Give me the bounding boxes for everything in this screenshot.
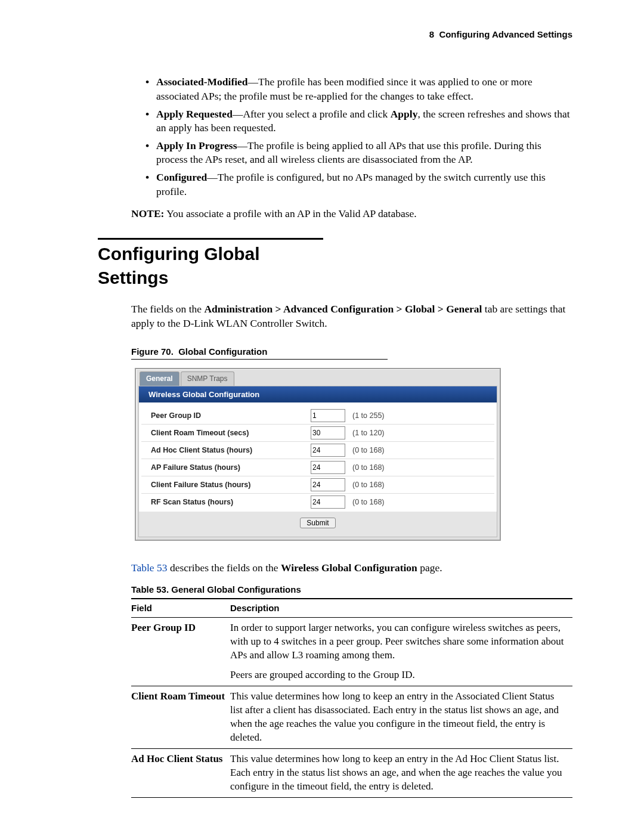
tab-bar: General SNMP Traps [136, 369, 500, 385]
input-client-roam-timeout[interactable] [311, 426, 345, 439]
tab-general[interactable]: General [140, 371, 179, 385]
chapter-number: 8 [429, 29, 434, 39]
config-panel: General SNMP Traps Wireless Global Confi… [135, 368, 501, 541]
figure-caption: Figure 70. Global Configuration [131, 346, 572, 358]
list-item: Configured—The profile is configured, bu… [145, 171, 572, 199]
submit-button[interactable]: Submit [300, 518, 335, 528]
page-header: 8 Configuring Advanced Settings [100, 29, 572, 41]
list-item: Apply In Progress—The profile is being a… [145, 139, 572, 167]
input-adhoc-client-status[interactable] [311, 444, 345, 457]
table-caption: Table 53. General Global Configurations [131, 584, 572, 596]
input-ap-failure-status[interactable] [311, 461, 345, 474]
table-row: Client Roam Timeout This value determine… [131, 686, 572, 748]
panel-title: Wireless Global Configuration [139, 386, 497, 403]
input-rf-scan-status[interactable] [311, 496, 345, 509]
section-heading: Configuring Global Settings [98, 238, 323, 290]
after-figure-paragraph: Table 53 describes the fields on the Wir… [131, 561, 572, 575]
table-row: Ad Hoc Client Status This value determin… [131, 748, 572, 797]
col-head-description: Description [230, 599, 572, 618]
row-client-failure-status: Client Failure Status (hours) (0 to 168) [141, 476, 494, 494]
col-head-field: Field [131, 599, 230, 618]
input-peer-group-id[interactable] [311, 409, 345, 422]
input-client-failure-status[interactable] [311, 478, 345, 491]
row-adhoc-client-status: Ad Hoc Client Status (hours) (0 to 168) [141, 442, 494, 459]
note: NOTE: You associate a profile with an AP… [131, 207, 572, 221]
row-rf-scan-status: RF Scan Status (hours) (0 to 168) [141, 494, 494, 510]
tab-snmp-traps[interactable]: SNMP Traps [181, 371, 234, 385]
figure-rule [131, 359, 388, 360]
row-peer-group-id: Peer Group ID (1 to 255) [141, 407, 494, 425]
intro-paragraph: The fields on the Administration > Advan… [131, 302, 572, 330]
row-client-roam-timeout: Client Roam Timeout (secs) (1 to 120) [141, 425, 494, 442]
table-row: Peer Group ID In order to support larger… [131, 618, 572, 686]
list-item: Associated-Modified—The profile has been… [145, 75, 572, 103]
bullet-list: Associated-Modified—The profile has been… [131, 75, 572, 199]
chapter-title: Configuring Advanced Settings [439, 29, 572, 39]
submit-row: Submit [139, 512, 497, 537]
row-ap-failure-status: AP Failure Status (hours) (0 to 168) [141, 459, 494, 476]
table-link[interactable]: Table 53 [131, 562, 168, 574]
list-item: Apply Requested—After you select a profi… [145, 107, 572, 135]
description-table: Field Description Peer Group ID In order… [131, 598, 572, 798]
